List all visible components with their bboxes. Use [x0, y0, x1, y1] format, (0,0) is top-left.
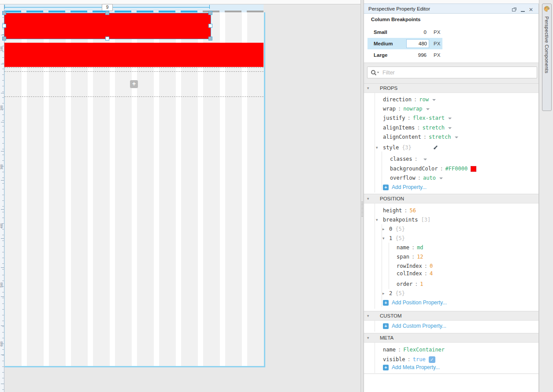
prop-row-breakpoint-2: 2{5} [389, 290, 405, 297]
resize-handle-top-left[interactable] [2, 11, 6, 15]
filter-input[interactable] [367, 67, 537, 78]
prop-row-justify: justify:flex-start [383, 115, 452, 122]
prop-row-backgroundColor: backgroundColor:#FF0000 [390, 165, 476, 172]
prop-row-bp-order: order:1 [397, 281, 423, 288]
section-header-custom[interactable]: ▾ CUSTOM [364, 311, 538, 321]
indent-guide [375, 320, 375, 332]
alignItems-value[interactable]: stretch [422, 125, 445, 131]
breakpoint-2-expand-toggle[interactable]: ▸ [382, 290, 388, 297]
panel-title-bar[interactable]: Perspective Property Editor ✕ [364, 4, 538, 14]
prop-row-meta-visible: visible:true✓ [383, 356, 435, 363]
red-component-row2[interactable] [4, 43, 264, 67]
section-header-props[interactable]: ▾ PROPS [364, 83, 538, 93]
plus-icon: + [383, 185, 389, 190]
breakpoint-row-large: Large PX [364, 49, 538, 61]
meta-name-value[interactable]: FlexContainer [403, 347, 445, 353]
breakpoint-row-small: Small PX [364, 26, 538, 38]
breakpoints-expand-toggle[interactable]: ▾ [376, 216, 381, 223]
section-header-meta[interactable]: ▾ META [364, 333, 538, 343]
add-property-link[interactable]: +Add Property... [383, 184, 427, 191]
canvas-top-strip [0, 0, 364, 4]
breakpoint-1-expand-toggle[interactable]: ▾ [382, 235, 388, 242]
dropdown-caret-icon[interactable] [432, 99, 436, 101]
breakpoint-medium-input[interactable] [406, 39, 429, 48]
column-span-badge: 9 [102, 4, 113, 11]
measure-tick-left [4, 5, 5, 9]
dropdown-caret-icon[interactable] [423, 159, 427, 160]
collapse-icon[interactable]: ▾ [367, 86, 372, 90]
add-row-button[interactable]: + [130, 80, 138, 88]
breakpoint-large-input[interactable] [406, 51, 428, 59]
dropdown-caret-icon[interactable] [448, 118, 452, 119]
meta-visible-value[interactable]: true [413, 356, 426, 362]
float-window-icon[interactable] [512, 6, 517, 14]
color-swatch[interactable] [471, 166, 476, 172]
components-palette-icon [544, 6, 550, 14]
resize-handle-bottom-center[interactable] [105, 37, 109, 41]
direction-value[interactable]: row [419, 96, 429, 103]
style-expand-toggle[interactable]: ▾ [376, 144, 381, 151]
plus-icon: + [383, 323, 389, 329]
wrap-value[interactable]: nowrap [403, 106, 422, 112]
prop-row-overflow: overflow:auto [390, 174, 443, 181]
minimize-icon[interactable] [521, 11, 525, 12]
prop-row-alignItems: alignItems:stretch [383, 124, 452, 131]
components-tab-label: Perspective Components [544, 16, 549, 74]
bp-span-value[interactable]: 12 [417, 254, 423, 260]
plus-icon: + [383, 300, 389, 306]
perspective-components-tab[interactable]: Perspective Components [542, 4, 552, 111]
bp-order-value[interactable]: 1 [420, 281, 423, 287]
breakpoint-small-input[interactable] [406, 28, 428, 36]
resize-handle-bottom-right[interactable] [208, 37, 212, 41]
prop-row-meta-name: name:FlexContainer [383, 346, 445, 353]
prop-row-breakpoint-1: 1{5} [389, 235, 405, 242]
ruler-label: 400 [0, 223, 4, 229]
close-icon[interactable]: ✕ [529, 7, 533, 12]
indent-guide [375, 92, 375, 192]
selected-red-component[interactable] [4, 13, 211, 39]
collapse-icon[interactable]: ▾ [367, 196, 372, 201]
px-unit: PX [434, 41, 440, 46]
bp-colIndex-value[interactable]: 4 [430, 270, 433, 277]
add-meta-property-link[interactable]: +Add Meta Property... [383, 364, 440, 371]
dropdown-caret-icon[interactable] [448, 127, 452, 129]
indent-guide [382, 224, 382, 307]
prop-row-breakpoints: breakpoints[3] [383, 216, 431, 223]
panel-title: Perspective Property Editor [368, 6, 430, 11]
prop-row-bp-rowIndex: rowIndex:0 [397, 263, 433, 270]
backgroundColor-value[interactable]: #FF0000 [445, 166, 468, 172]
breakpoint-row-medium[interactable]: Medium PX [367, 38, 442, 49]
bp-rowIndex-value[interactable]: 0 [430, 263, 433, 269]
panel-splitter[interactable] [360, 0, 364, 392]
visible-checkbox[interactable]: ✓ [429, 356, 435, 363]
ruler-major-ticks [1, 6, 4, 392]
section-header-position[interactable]: ▾ POSITION [364, 194, 538, 203]
breakpoint-0-expand-toggle[interactable]: ▸ [382, 226, 388, 233]
indent-guide [375, 203, 375, 309]
resize-handle-top-center[interactable] [105, 11, 109, 15]
resize-handle-top-right[interactable] [208, 11, 212, 15]
add-custom-property-link[interactable]: +Add Custom Property... [383, 322, 446, 329]
ignition-designer-window: 100 200 300 400 500 600 9 + Perspective … [0, 0, 553, 392]
prop-row-direction: direction:row [383, 96, 436, 103]
bp-name-value[interactable]: md [417, 244, 423, 251]
dropdown-caret-icon[interactable] [439, 178, 443, 179]
indent-guide [389, 243, 389, 289]
overflow-value[interactable]: auto [423, 175, 436, 181]
height-value[interactable]: 56 [410, 207, 416, 214]
drop-zone-bottom-dashed [4, 96, 264, 97]
dropdown-caret-icon[interactable] [455, 137, 458, 138]
resize-handle-mid-left[interactable] [2, 24, 6, 28]
justify-value[interactable]: flex-start [413, 115, 445, 121]
dropdown-caret-icon[interactable] [426, 108, 430, 110]
indent-guide [382, 152, 382, 190]
add-position-property-link[interactable]: +Add Position Property... [383, 299, 447, 306]
breakpoint-label: Medium [374, 41, 393, 46]
style-class-icon[interactable] [414, 138, 438, 157]
resize-handle-bottom-left[interactable] [2, 37, 6, 41]
measure-tick-right [209, 5, 210, 9]
collapse-icon[interactable]: ▾ [367, 336, 372, 340]
resize-handle-mid-right[interactable] [208, 24, 212, 28]
collapse-icon[interactable]: ▾ [367, 314, 372, 318]
ruler-label: 500 [0, 282, 4, 288]
